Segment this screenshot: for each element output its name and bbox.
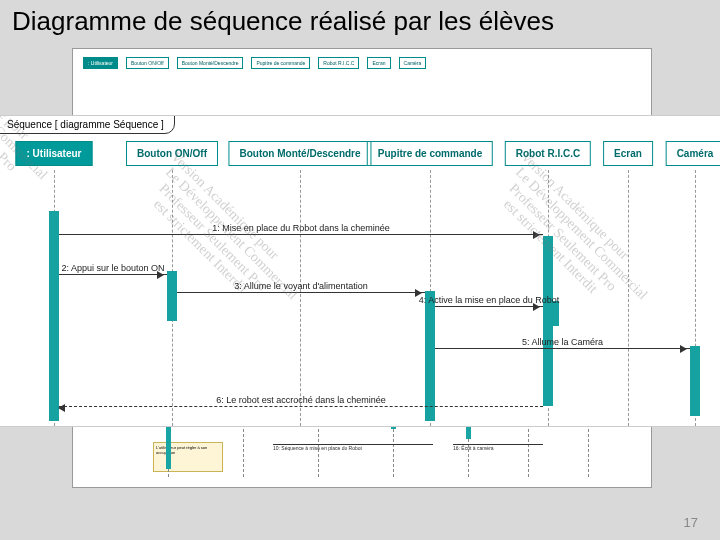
lifeline-camera: Caméra bbox=[666, 141, 720, 166]
page-number: 17 bbox=[684, 515, 698, 530]
activation-bar bbox=[690, 346, 700, 416]
sequence-diagram-main: Séquence [ diagramme Séquence ] : Utilis… bbox=[0, 116, 720, 426]
message-label: 4: Active la mise en place du Robot bbox=[419, 295, 560, 305]
bg-msg: 16: Écrit à caméra bbox=[453, 444, 543, 451]
bg-lifeline-user: : Utilisateur bbox=[83, 57, 118, 69]
slide-title: Diagramme de séquence réalisé par les él… bbox=[0, 0, 720, 43]
message-3: 3: Allume le voyant d'alimentation bbox=[177, 292, 425, 293]
lifeline-dash bbox=[300, 170, 301, 426]
lifeline-onoff: Bouton ON/Off bbox=[126, 141, 218, 166]
message-5: 5: Allume la Caméra bbox=[435, 348, 690, 349]
watermark: Version Académique pour Le Développement… bbox=[136, 149, 311, 324]
bg-lifeline: Ecran bbox=[367, 57, 390, 69]
lifeline-pupitre: Pupitre de commande bbox=[367, 141, 493, 166]
bg-lifeline: Bouton Monté/Descendre bbox=[177, 57, 244, 69]
bg-lifeline: Bouton ON/Off bbox=[126, 57, 169, 69]
bg-lifeline: Caméra bbox=[399, 57, 427, 69]
diagram-frame-label: Séquence [ diagramme Séquence ] bbox=[0, 116, 175, 134]
message-label: 6: Le robot est accroché dans la cheminé… bbox=[216, 395, 386, 405]
bg-note: L'utilisateur peut régler à son occupati… bbox=[153, 442, 223, 472]
bg-lifeline: Robot R.I.C.C bbox=[318, 57, 359, 69]
message-4: 4: Active la mise en place du Robot bbox=[435, 306, 543, 307]
lifeline-dash bbox=[628, 170, 629, 426]
activation-bar bbox=[425, 291, 435, 421]
message-label: 5: Allume la Caméra bbox=[522, 337, 603, 347]
message-label: 3: Allume le voyant d'alimentation bbox=[234, 281, 367, 291]
message-6: 6: Le robot est accroché dans la cheminé… bbox=[59, 406, 543, 407]
message-label: 2: Appui sur le bouton ON bbox=[61, 263, 164, 273]
bg-msg: 10: Séquence à mise en place du Robot bbox=[273, 444, 433, 451]
lifeline-user: : Utilisateur bbox=[15, 141, 92, 166]
lifeline-robot: Robot R.I.C.C bbox=[505, 141, 591, 166]
lifeline-updown: Bouton Monté/Descendre bbox=[228, 141, 371, 166]
message-1: 1: Mise en place du Robot dans la chemin… bbox=[59, 234, 543, 235]
lifeline-ecran: Ecran bbox=[603, 141, 653, 166]
message-label: 1: Mise en place du Robot dans la chemin… bbox=[212, 223, 390, 233]
message-2: 2: Appui sur le bouton ON bbox=[59, 274, 167, 275]
bg-lifeline: Pupitre de commande bbox=[251, 57, 310, 69]
activation-bar bbox=[167, 271, 177, 321]
activation-bar bbox=[49, 211, 59, 421]
